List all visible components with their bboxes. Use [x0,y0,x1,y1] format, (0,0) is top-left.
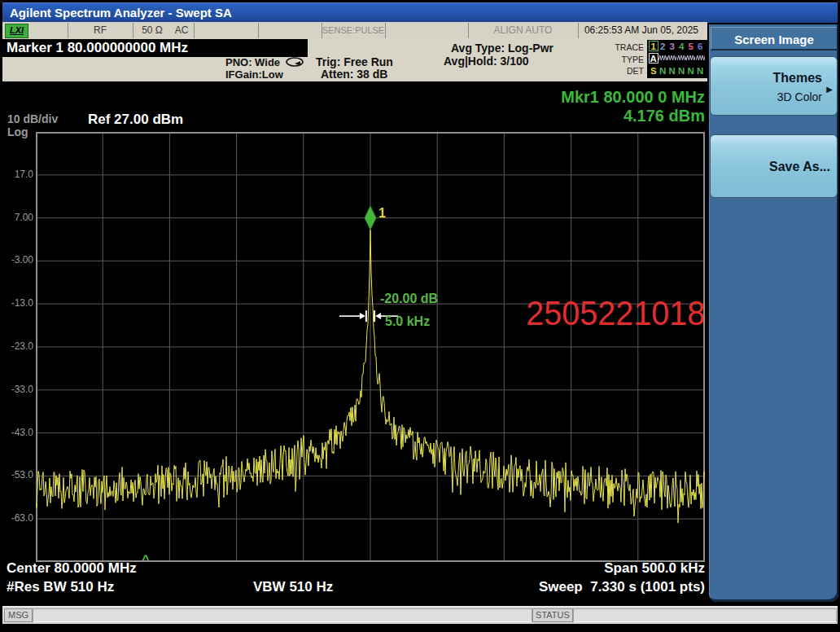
trace-6: 6 [696,41,706,53]
det-normal: N [696,65,706,77]
avg-hold-label: Avg|Hold: 3/100 [444,55,553,68]
title-bar[interactable]: Agilent Spectrum Analyzer - Swept SA [2,2,838,23]
themes-button-label: Themes [711,71,822,86]
det-normal: N [677,65,687,77]
y-axis-label: 17.0 [2,169,33,181]
themes-button-value: 3D Color [711,90,822,103]
red-overlay-number: 2505221018 [526,293,705,333]
divider [194,23,195,38]
trace-4: 4 [677,41,687,53]
pno-label: PNO: Wide [225,56,280,68]
trace-row-label: TRACE [603,42,644,54]
det-row-label: DET [603,65,644,77]
y-axis-label: -3.00 [2,254,33,266]
coupling-indicator: AC [169,22,194,39]
status-field [573,608,837,622]
trace-type-average: A [649,53,658,64]
bw-width-label: 5.0 kHz [385,314,430,329]
divider [258,23,259,38]
trace-2: 2 [658,41,668,53]
divider [385,23,386,38]
msg-label: MSG [4,608,33,622]
trace-legend-labels: TRACE TYPE DET [603,42,644,77]
datetime-indicator: 06:25:53 AM Jun 05, 2025 [578,22,705,39]
status-bar: MSG STATUS [2,606,838,624]
app-window: Agilent Spectrum Analyzer - Swept SA LXI… [0,0,840,632]
rf-indicator: RF [68,22,133,39]
trace-number-row: 1 2 3 4 5 6 [649,41,706,53]
divider [133,23,133,38]
submenu-arrow-icon: ▶ [826,85,833,94]
active-function-readout: Marker 1 80.000000000 MHz [2,39,308,57]
vbw-annotation: VBW 510 Hz [253,579,333,595]
trace-type-waveform-icon [677,53,687,65]
lxi-badge: LXI [5,24,28,38]
save-as-button[interactable]: Save As... [710,134,838,198]
trig-label: Trig: Free Run [316,56,393,68]
y-axis-label: 7.00 [2,212,33,224]
trace-type-waveform-icon [696,53,706,65]
average-block: Avg Type: Log-Pwr Avg|Hold: 3/100 [444,42,553,68]
trace-type-waveform-icon [686,53,696,65]
window-title: Agilent Spectrum Analyzer - Swept SA [10,6,232,20]
center-freq-annotation: Center 80.0000 MHz [7,560,137,577]
trigger-block: Trig: Free Run Atten: 38 dB [316,56,393,81]
trace-1-selected: 1 [649,41,658,51]
annunciator-toolbar: LXI RF 50 Ω AC SENSE:PULSE ALIGN AUTO 06… [2,22,707,40]
bw-delta-db-label: -20.00 dB [380,292,438,306]
res-bw-annotation: #Res BW 510 Hz [7,579,114,595]
impedance-indicator: 50 Ω [135,22,169,39]
y-axis-label: -33.0 [2,384,33,396]
y-axis-label: -23.0 [2,340,33,353]
softkey-menu-title: Screen Image [711,27,837,50]
sweep-annotation: Sweep 7.330 s (1001 pts) [539,579,705,595]
trace-3: 3 [667,41,677,53]
trace-type-row: A [649,53,706,65]
avg-type-label: Avg Type: Log-Pwr [444,42,553,55]
y-axis-label: -53.0 [2,469,33,481]
softkey-sidebar: Screen Image Themes ▶ 3D Color Save As..… [709,24,838,602]
y-axis-label: -63.0 [2,512,33,524]
spectrum-plot: 1 [36,132,705,562]
sense-indicator: SENSE:PULSE [322,22,385,39]
marker-amplitude: 4.176 dBm [561,107,705,125]
pno-block: PNO: Wide IFGain:Low [225,56,304,81]
y-axis-label: -13.0 [2,297,33,309]
marker-diamond [365,206,376,230]
det-normal: N [658,65,668,77]
spectrum-display: Mkr1 80.000 0 MHz 4.176 dBm 10 dB/div Lo… [2,81,707,603]
ifgain-label: IFGain:Low [225,68,304,81]
marker-freq: Mkr1 80.000 0 MHz [561,88,705,107]
det-normal: N [686,65,696,77]
ref-level-label: Ref 27.00 dBm [88,112,183,128]
y-axis-label: -43.0 [2,427,33,439]
marker-readout: Mkr1 80.000 0 MHz 4.176 dBm [561,88,705,125]
atten-label: Atten: 38 dB [316,68,393,81]
center-freq-caret: ^ [138,552,154,566]
det-sample: S [649,65,658,77]
db-per-div: 10 dB/div [7,112,58,125]
det-normal: N [667,65,677,77]
type-row-label: TYPE [603,54,644,66]
measurement-info-band: Marker 1 80.000000000 MHz PNO: Wide IFGa… [2,39,707,81]
detector-row: S N N N N N [649,65,706,77]
marker-number: 1 [378,206,386,220]
pno-loop-icon [285,57,304,68]
msg-field [33,608,532,622]
align-indicator: ALIGN AUTO [468,22,578,39]
trace-type-waveform-icon [658,53,668,65]
trace-type-waveform-icon [667,53,677,65]
trace-5: 5 [686,41,696,53]
themes-button[interactable]: Themes ▶ 3D Color [710,56,838,116]
span-annotation: Span 500.0 kHz [604,560,705,577]
status-label: STATUS [532,608,573,622]
trace-legend-box: 1 2 3 4 5 6 A S N N N N N [647,40,707,78]
